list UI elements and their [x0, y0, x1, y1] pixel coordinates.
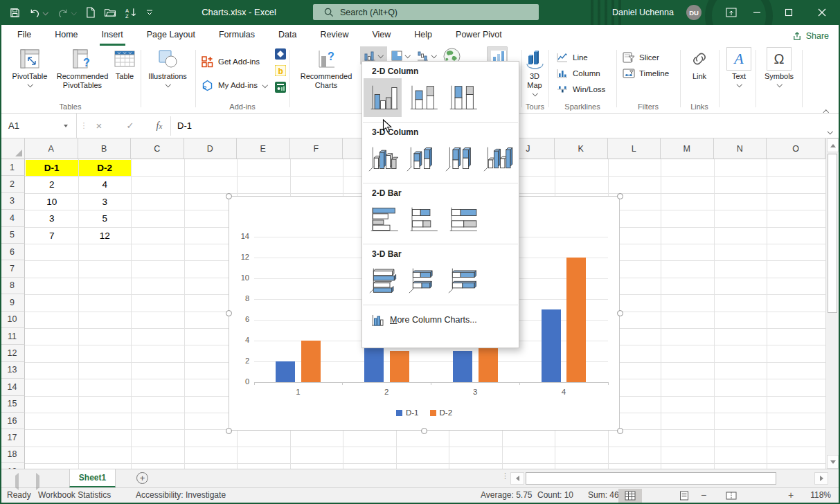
- more-column-charts-item[interactable]: More Column Charts...: [362, 308, 519, 329]
- save-button[interactable]: [10, 8, 20, 18]
- accessibility-status[interactable]: Accessibility: Investigate: [136, 488, 226, 503]
- maximize-button[interactable]: [774, 0, 803, 25]
- my-addins-button[interactable]: My Add-ins: [201, 78, 268, 93]
- row-header-19[interactable]: 19: [0, 463, 25, 469]
- column-header-n[interactable]: N: [714, 138, 767, 159]
- x-axis-label[interactable]: 2: [371, 388, 402, 396]
- row-header-4[interactable]: 4: [0, 210, 25, 226]
- open-file-button[interactable]: [104, 8, 116, 17]
- chart-type-col2-clustered[interactable]: [364, 78, 402, 117]
- slicer-button[interactable]: Slicer: [622, 50, 659, 65]
- x-axis-label[interactable]: 1: [283, 388, 313, 396]
- chart-type-col3-100[interactable]: [440, 139, 478, 178]
- y-axis-label[interactable]: 0: [231, 377, 249, 386]
- scroll-down-button[interactable]: [827, 455, 839, 469]
- column-header-d[interactable]: D: [184, 138, 238, 159]
- new-sheet-button[interactable]: +: [136, 472, 148, 484]
- share-button[interactable]: Share: [792, 28, 829, 44]
- name-box-dropdown-icon[interactable]: [64, 125, 68, 127]
- cell-a4[interactable]: 3: [26, 210, 78, 226]
- row-header-6[interactable]: 6: [0, 244, 25, 260]
- row-header-7[interactable]: 7: [0, 260, 25, 277]
- cell-b4[interactable]: 5: [79, 210, 132, 226]
- sheet-tab-sheet1[interactable]: Sheet1: [69, 469, 116, 487]
- cell-b3[interactable]: 3: [79, 194, 132, 210]
- pivottable-button[interactable]: PivotTable: [7, 47, 53, 111]
- row-header-17[interactable]: 17: [0, 429, 25, 446]
- row-header-3[interactable]: 3: [0, 193, 25, 210]
- namebox-splitter[interactable]: ⋮: [79, 114, 89, 138]
- undo-dropdown-icon[interactable]: [42, 10, 48, 15]
- tab-formulas[interactable]: Formulas: [207, 25, 267, 46]
- chart-type-bar3-100[interactable]: [443, 261, 481, 300]
- customize-quick-access-icon[interactable]: [146, 10, 153, 16]
- selection-handle[interactable]: [617, 428, 623, 434]
- cell-b2[interactable]: 4: [79, 177, 132, 192]
- chart-type-col2-stacked[interactable]: [403, 78, 441, 117]
- selection-handle[interactable]: [226, 193, 232, 199]
- chart-type-col3-clustered[interactable]: [364, 139, 401, 178]
- selection-handle[interactable]: [226, 310, 232, 316]
- y-axis-label[interactable]: 6: [231, 315, 249, 323]
- tab-data[interactable]: Data: [267, 25, 308, 46]
- cell-a1[interactable]: D-1: [26, 160, 78, 176]
- workbook-statistics-button[interactable]: Workbook Statistics: [38, 488, 111, 503]
- row-header-2[interactable]: 2: [0, 176, 25, 192]
- tab-scrollbar-splitter[interactable]: ⋮: [501, 471, 509, 480]
- tab-view[interactable]: View: [360, 25, 402, 46]
- legend-item-d-1[interactable]: D-1: [396, 408, 419, 417]
- formula-input[interactable]: D-1: [177, 114, 192, 138]
- cell-a5[interactable]: 7: [26, 228, 78, 244]
- hscroll-right-button[interactable]: [814, 472, 828, 485]
- chart-bar-d-2-cat1[interactable]: [301, 341, 321, 382]
- ribbon-display-options-button[interactable]: [717, 0, 746, 25]
- zoom-in-button[interactable]: +: [788, 488, 794, 503]
- expand-formula-bar-icon[interactable]: [827, 129, 833, 134]
- tab-insert[interactable]: Insert: [90, 25, 135, 46]
- bing-maps-icon[interactable]: b: [275, 65, 286, 76]
- table-button[interactable]: Table: [109, 47, 140, 111]
- row-header-18[interactable]: 18: [0, 447, 25, 463]
- legend-item-d-2[interactable]: D-2: [430, 408, 453, 417]
- selection-handle[interactable]: [421, 428, 427, 434]
- chart-bar-d-1-cat1[interactable]: [276, 361, 295, 382]
- page-break-preview-button[interactable]: [720, 489, 743, 503]
- undo-button[interactable]: [29, 8, 48, 18]
- selection-handle[interactable]: [617, 310, 623, 316]
- tab-review[interactable]: Review: [308, 25, 360, 46]
- column-header-o[interactable]: O: [767, 138, 825, 159]
- y-axis-label[interactable]: 12: [231, 253, 249, 261]
- cell-b1[interactable]: D-2: [79, 160, 132, 176]
- y-axis-label[interactable]: 8: [231, 294, 249, 303]
- scroll-up-button[interactable]: [827, 138, 839, 152]
- chart-bar-d-2-cat2[interactable]: [390, 351, 409, 382]
- page-layout-view-button[interactable]: [672, 489, 696, 503]
- select-all-corner[interactable]: [0, 138, 25, 159]
- chart-bar-d-1-cat4[interactable]: [542, 309, 561, 382]
- column-header-c[interactable]: C: [131, 138, 184, 159]
- row-header-11[interactable]: 11: [0, 328, 25, 345]
- tab-help[interactable]: Help: [402, 25, 444, 46]
- cell-b5[interactable]: 12: [79, 228, 132, 244]
- link-button[interactable]: Link: [683, 47, 716, 111]
- chart-bar-d-2-cat4[interactable]: [566, 258, 586, 382]
- hscroll-left-button[interactable]: [510, 472, 524, 485]
- symbols-button[interactable]: Ω Symbols: [759, 47, 799, 111]
- recommended-pivottables-button[interactable]: ? Recommended PivotTables: [53, 47, 112, 111]
- y-axis-label[interactable]: 2: [231, 357, 249, 365]
- search-box[interactable]: Search (Alt+Q): [313, 4, 539, 20]
- row-header-14[interactable]: 14: [0, 379, 25, 395]
- chart-type-bar2-stacked[interactable]: [403, 200, 441, 239]
- chart-type-col3-stacked[interactable]: [402, 139, 440, 178]
- user-name[interactable]: Daniel Uchenna: [612, 0, 674, 25]
- tab-power-pivot[interactable]: Power Pivot: [444, 25, 514, 46]
- y-axis-label[interactable]: 14: [231, 232, 249, 240]
- recommended-charts-button[interactable]: ? Recommended Charts: [294, 47, 359, 111]
- chart-type-col3-column[interactable]: [479, 139, 517, 178]
- column-header-m[interactable]: M: [661, 138, 714, 159]
- x-axis-label[interactable]: 3: [460, 388, 490, 396]
- row-header-13[interactable]: 13: [0, 362, 25, 379]
- sparkline-column-button[interactable]: Column: [555, 66, 600, 81]
- previous-sheet-icon[interactable]: [15, 476, 19, 488]
- column-header-a[interactable]: A: [25, 138, 78, 159]
